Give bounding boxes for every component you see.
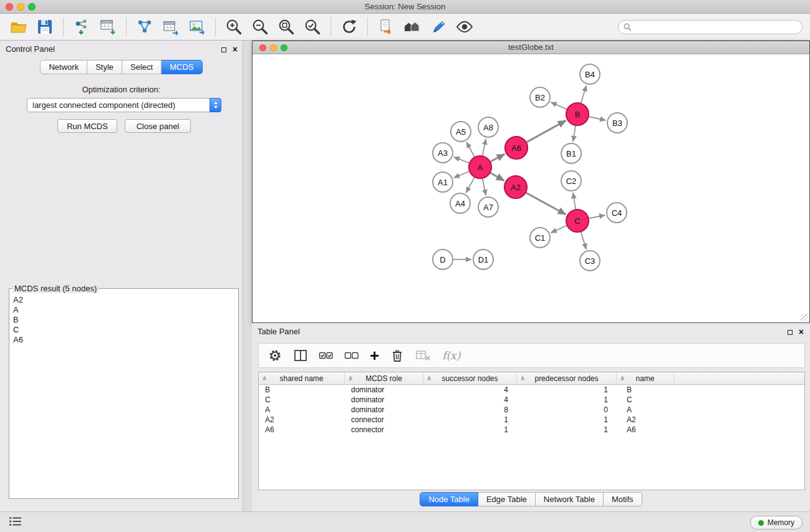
graph-edge-A-A4[interactable] (466, 178, 475, 193)
float-control-panel-button[interactable] (220, 44, 228, 55)
graph-node-B[interactable]: B (566, 103, 589, 125)
graph-node-A8[interactable]: A8 (478, 117, 498, 137)
export-image-button[interactable] (186, 16, 208, 37)
graph-node-C[interactable]: C (566, 210, 589, 232)
minimize-window-button[interactable] (17, 3, 24, 11)
float-table-panel-button[interactable] (786, 326, 794, 337)
resize-grip[interactable] (801, 314, 809, 322)
graph-edge-B-B3[interactable] (589, 117, 606, 120)
select-all-columns-button[interactable] (319, 346, 334, 365)
graph-edge-A-A7[interactable] (483, 179, 486, 196)
graph-node-B3[interactable]: B3 (607, 113, 627, 133)
zoom-network-window-button[interactable] (281, 44, 287, 51)
unselect-all-columns-button[interactable] (344, 346, 359, 365)
graph-edge-A2-C[interactable] (526, 193, 566, 215)
mcds-result-item[interactable]: A2 (9, 295, 238, 305)
zoom-window-button[interactable] (28, 3, 36, 11)
zoom-in-button[interactable] (223, 16, 245, 37)
tab-style[interactable]: Style (87, 60, 122, 74)
new-network-button[interactable] (133, 16, 156, 37)
close-window-button[interactable] (6, 3, 13, 11)
search-input[interactable] (635, 22, 797, 31)
graph-node-C1[interactable]: C1 (530, 228, 550, 248)
graph-edge-A-A2[interactable] (491, 173, 504, 180)
graph-edge-C-C3[interactable] (581, 232, 587, 249)
mcds-result-item[interactable]: A6 (9, 335, 238, 345)
task-history-button[interactable] (7, 516, 24, 529)
open-session-button[interactable] (7, 16, 30, 37)
tab-network-table[interactable]: Network Table (536, 492, 604, 506)
mcds-result-item[interactable]: C (9, 325, 238, 335)
graph-node-B2[interactable]: B2 (530, 87, 550, 107)
graph-edge-A6-B[interactable] (527, 120, 566, 142)
graph-edge-A-A8[interactable] (483, 139, 486, 156)
style-brush-button[interactable] (427, 16, 450, 37)
tab-mcds[interactable]: MCDS (162, 60, 202, 74)
graph-node-D[interactable]: D (433, 249, 453, 269)
network-canvas[interactable]: B4B2BB3A5A8A6B1A3AC2A1A2A4A7C4C1CC3DD1 (253, 54, 809, 322)
export-document-button[interactable] (375, 16, 397, 37)
graph-node-A3[interactable]: A3 (433, 143, 453, 163)
graph-node-A1[interactable]: A1 (433, 172, 453, 192)
graph-edge-C-C1[interactable] (551, 226, 566, 233)
tab-select[interactable]: Select (122, 60, 162, 74)
column-header[interactable]: ⋔successor nodes (423, 372, 517, 385)
graph-edge-B-B1[interactable] (573, 126, 576, 142)
graph-node-C3[interactable]: C3 (580, 251, 600, 271)
tab-edge-table[interactable]: Edge Table (478, 492, 536, 506)
table-row[interactable]: Adominator80A (259, 405, 804, 415)
table-row[interactable]: A6connector11A6 (259, 425, 804, 435)
table-row[interactable]: Cdominator41C (259, 395, 804, 405)
column-header[interactable]: ⋔shared name (259, 372, 345, 385)
import-table-button[interactable] (97, 16, 119, 37)
table-row[interactable]: A2connector11A2 (259, 415, 804, 425)
graph-edge-C-C4[interactable] (589, 215, 605, 218)
graph-node-A[interactable]: A (469, 156, 491, 178)
memory-button[interactable]: Memory (750, 516, 803, 530)
table-options-button[interactable] (268, 346, 282, 365)
close-control-panel-button[interactable]: × (231, 44, 239, 55)
zoom-selected-button[interactable] (301, 16, 324, 37)
graph-node-C2[interactable]: C2 (561, 171, 581, 191)
close-panel-button[interactable]: Close panel (125, 119, 191, 133)
create-column-button[interactable]: + (370, 346, 379, 365)
zoom-fit-button[interactable] (275, 16, 297, 37)
mcds-result-item[interactable]: A (9, 305, 238, 315)
graph-edge-B-B4[interactable] (581, 85, 587, 103)
graph-node-A4[interactable]: A4 (450, 193, 470, 213)
toggle-visibility-button[interactable] (453, 16, 476, 37)
graph-edge-B-B2[interactable] (551, 102, 566, 109)
close-table-panel-button[interactable]: × (798, 326, 805, 337)
zoom-out-button[interactable] (249, 16, 271, 37)
minimize-network-window-button[interactable] (270, 44, 277, 51)
graph-node-B4[interactable]: B4 (580, 64, 600, 84)
graph-node-C4[interactable]: C4 (607, 203, 627, 223)
graph-node-A5[interactable]: A5 (451, 122, 471, 142)
optimization-dropdown[interactable]: largest connected component (directed) (27, 98, 221, 112)
column-header[interactable]: ⋔predecessor nodes (517, 372, 617, 385)
graph-node-D1[interactable]: D1 (473, 249, 493, 269)
column-header[interactable]: ⋔name (617, 372, 674, 385)
export-table-button[interactable] (160, 16, 182, 37)
graph-edge-A-A5[interactable] (466, 142, 475, 157)
show-columns-button[interactable] (293, 346, 308, 365)
graph-edge-C-C2[interactable] (573, 193, 576, 209)
tab-node-table[interactable]: Node Table (420, 492, 478, 506)
graph-node-A7[interactable]: A7 (478, 197, 498, 217)
column-header[interactable]: ⋔MCDS role (345, 372, 423, 385)
delete-table-button[interactable] (415, 346, 432, 365)
table-row[interactable]: Bdominator41B (259, 385, 804, 395)
function-builder-button[interactable]: f(x) (442, 346, 460, 365)
graph-node-A6[interactable]: A6 (505, 137, 528, 159)
graph-edge-A-A3[interactable] (454, 157, 470, 163)
delete-columns-button[interactable] (390, 346, 405, 365)
save-session-button[interactable] (34, 16, 56, 37)
tab-motifs[interactable]: Motifs (604, 492, 642, 506)
graph-edge-A-A1[interactable] (454, 172, 470, 178)
tab-network[interactable]: Network (40, 60, 87, 74)
close-network-window-button[interactable] (259, 44, 266, 51)
refresh-layout-button[interactable] (338, 16, 360, 37)
graph-node-B1[interactable]: B1 (561, 143, 581, 163)
graph-edge-A-A6[interactable] (491, 154, 505, 162)
first-neighbors-button[interactable] (401, 16, 423, 37)
